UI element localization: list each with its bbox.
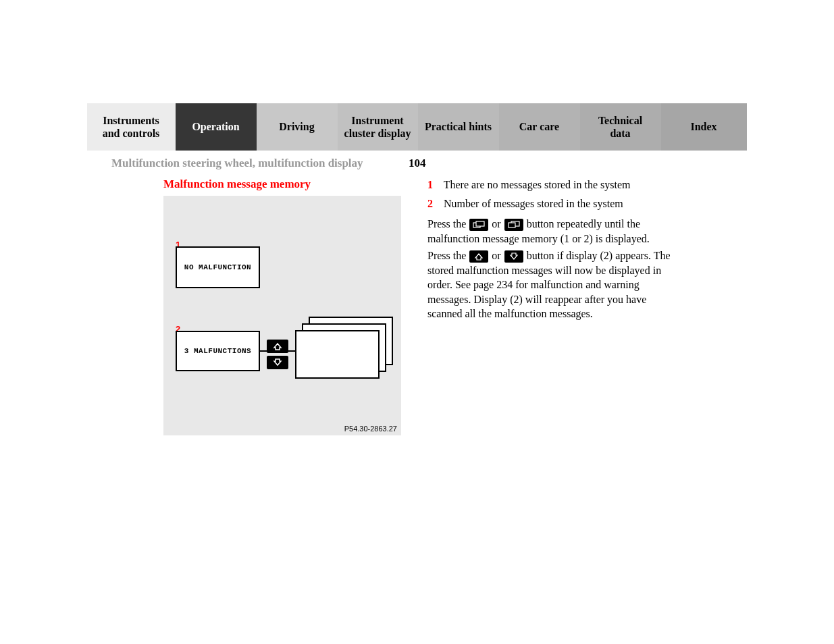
p1-b: or: [492, 218, 503, 230]
p2-a: Press the: [427, 250, 469, 261]
figure-label: P54.30-2863.27: [344, 425, 397, 433]
display-panel-1-text: NO MALFUNCTION: [177, 263, 259, 271]
stack-panel-front: [295, 330, 380, 379]
page: Instrumentsand controlsOperationDrivingI…: [0, 0, 834, 644]
system-prev-button-icon: [469, 219, 488, 231]
legend-num-1: 1: [427, 178, 441, 192]
nav-tab-practical-hints[interactable]: Practical hints: [418, 103, 499, 151]
paragraph-2: Press the or button if display (2) appea…: [427, 248, 671, 321]
display-panel-2: 3 MALFUNCTIONS: [176, 331, 260, 371]
paragraph-1: Press the or button repeatedly until the…: [427, 217, 671, 246]
connector-line: [260, 350, 267, 352]
svg-rect-1: [476, 221, 484, 226]
legend-text-2: Number of messages stored in the system: [444, 198, 623, 209]
figure-malfunction-memory: 1 NO MALFUNCTION 2 3 MALFUNCTIONS P54.: [163, 196, 401, 435]
p1-a: Press the: [427, 218, 469, 230]
nav-tab-index[interactable]: Index: [661, 103, 747, 151]
scroll-up-button-icon-inline: [469, 250, 488, 263]
nav-tab-operation[interactable]: Operation: [176, 103, 257, 151]
section-title: Malfunction message memory: [163, 178, 311, 191]
nav-tab-instrument-cluster-display[interactable]: Instrumentcluster display: [338, 103, 418, 151]
legend-item-2: 2 Number of messages stored in the syste…: [427, 196, 623, 211]
connector-line-2: [288, 350, 295, 352]
display-panel-2-text: 3 MALFUNCTIONS: [177, 347, 259, 355]
running-head: Multifunction steering wheel, multifunct…: [111, 157, 363, 170]
display-panel-1: NO MALFUNCTION: [176, 246, 260, 288]
nav-tab-technical-data[interactable]: Technicaldata: [580, 103, 661, 151]
scroll-up-button-icon: [267, 340, 288, 353]
page-number: 104: [409, 157, 426, 170]
nav-tab-instruments-and-controls[interactable]: Instrumentsand controls: [87, 103, 176, 151]
system-next-button-icon: [504, 219, 523, 231]
legend-text-1: There are no messages stored in the syst…: [444, 179, 631, 190]
svg-rect-3: [509, 223, 515, 227]
p2-b: or: [492, 250, 503, 261]
legend-item-1: 1 There are no messages stored in the sy…: [427, 178, 631, 192]
legend-num-2: 2: [427, 196, 441, 211]
scroll-down-button-icon: [267, 356, 288, 369]
nav-tab-driving[interactable]: Driving: [257, 103, 338, 151]
nav-tabbar: Instrumentsand controlsOperationDrivingI…: [87, 103, 747, 151]
nav-tab-car-care[interactable]: Car care: [499, 103, 580, 151]
scroll-down-button-icon-inline: [504, 250, 523, 263]
